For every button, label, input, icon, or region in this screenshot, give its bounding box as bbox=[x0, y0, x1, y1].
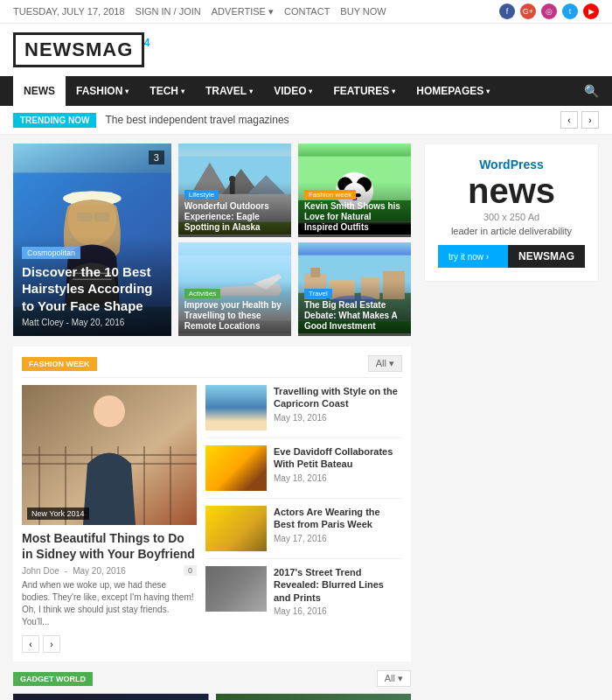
hero-side-card-4[interactable]: Travel The Big Real Estate Debate: What … bbox=[298, 242, 411, 336]
main-content: Cosmopolitan Discover the 10 Best Hairst… bbox=[0, 135, 612, 700]
hero-meta: Matt Cloey - May 20, 2016 bbox=[22, 318, 163, 327]
side-card-category-4: Travel bbox=[304, 289, 332, 298]
hero-date: May 20, 2016 bbox=[72, 318, 125, 327]
trending-label: TRENDING NOW bbox=[13, 113, 96, 128]
fashion-week-header: FASHION WEEK All ▾ bbox=[22, 355, 402, 378]
fashion-item-content-4: 2017's Street Trend Revealed: Blurred Li… bbox=[274, 566, 402, 616]
hero-side-cards: Lifestyle Wonderful Outdoors Experience:… bbox=[178, 144, 291, 336]
fashion-pagination: ‹ › bbox=[22, 635, 197, 653]
top-bar: TUESDAY, JULY 17, 2018 SIGN IN / JOIN AD… bbox=[0, 0, 612, 24]
side-card-overlay-2: Activities Improve your Health by Travel… bbox=[178, 281, 291, 336]
instagram-icon[interactable]: ◎ bbox=[541, 4, 557, 19]
fashion-thumb-1 bbox=[205, 385, 267, 430]
nav-item-fashion[interactable]: FASHION ▾ bbox=[66, 76, 139, 106]
gadget-grid: GADGET WORLD 52 Popular Movie Locations … bbox=[13, 692, 411, 700]
fashion-filter-button[interactable]: All ▾ bbox=[368, 355, 402, 372]
twitter-icon[interactable]: t bbox=[562, 4, 578, 19]
fashion-week-section: FASHION WEEK All ▾ bbox=[13, 346, 411, 662]
gadget-card-2[interactable]: 30 Totally Awesome Vintage Wedding Outdo… bbox=[216, 692, 412, 700]
hero-side-card-2[interactable]: Activities Improve your Health by Travel… bbox=[178, 242, 291, 336]
fashion-thumb-3 bbox=[205, 506, 267, 551]
signin-link[interactable]: SIGN IN / JOIN bbox=[136, 6, 201, 17]
fashion-main-comments: 0 bbox=[184, 565, 197, 576]
advertise-link[interactable]: ADVERTISE ▾ bbox=[212, 6, 274, 18]
side-card-title-4: The Big Real Estate Debate: What Makes A… bbox=[304, 300, 405, 332]
fashion-main-article: New York 2014 Most Beautiful Things to D… bbox=[22, 385, 197, 653]
fashion-grid: New York 2014 Most Beautiful Things to D… bbox=[22, 385, 402, 653]
trending-next-button[interactable]: › bbox=[581, 111, 599, 129]
logo[interactable]: NEWSMAG4 bbox=[13, 32, 144, 67]
nav-item-news[interactable]: NEWS bbox=[13, 76, 66, 106]
fashion-item-date-4: May 16, 2016 bbox=[274, 606, 402, 616]
ad-try-label: try it now › bbox=[449, 252, 489, 262]
gadget-illustration-2 bbox=[216, 692, 412, 700]
fashion-prev-button[interactable]: ‹ bbox=[22, 635, 39, 653]
header: NEWSMAG4 bbox=[0, 24, 612, 76]
side-card-title-3: Kevin Smith Shows his Love for Natural I… bbox=[304, 201, 405, 233]
svg-rect-28 bbox=[310, 268, 320, 277]
googleplus-icon[interactable]: G+ bbox=[520, 4, 536, 19]
nav-item-homepages[interactable]: HOMEPAGES ▾ bbox=[406, 76, 500, 106]
side-card-overlay-3: Fashion week Kevin Smith Shows his Love … bbox=[298, 182, 411, 237]
logo-version: 4 bbox=[144, 37, 151, 49]
nav-item-features[interactable]: FEATURES ▾ bbox=[323, 76, 406, 106]
nav-item-travel[interactable]: TRAVEL ▾ bbox=[195, 76, 263, 106]
hero-author: Matt Cloey bbox=[22, 318, 64, 327]
search-icon[interactable]: 🔍 bbox=[584, 84, 599, 98]
buynow-link[interactable]: BUY NOW bbox=[340, 6, 386, 17]
svg-point-42 bbox=[94, 396, 125, 427]
fashion-main-title[interactable]: Most Beautiful Things to Do in Sidney wi… bbox=[22, 530, 197, 562]
gadget-filter-button[interactable]: All ▾ bbox=[377, 670, 411, 687]
youtube-icon[interactable]: ▶ bbox=[583, 4, 599, 19]
sidebar-ad: WordPress news 300 x 250 Ad leader in ar… bbox=[424, 144, 599, 282]
ad-brand-label: NEWSMAG bbox=[508, 245, 585, 268]
fashion-item-content-2: Eve Davidoff Collaborates With Petit Bat… bbox=[274, 445, 402, 483]
nav-item-tech[interactable]: TECH ▾ bbox=[139, 76, 195, 106]
svg-rect-49 bbox=[216, 694, 412, 700]
fashion-main-image[interactable]: New York 2014 bbox=[22, 385, 197, 525]
side-card-title-2: Improve your Health by Travelling to the… bbox=[184, 300, 285, 332]
ad-tagline-label: leader in article deliverability bbox=[438, 226, 585, 236]
fashion-main-excerpt: And when we woke up, we had these bodies… bbox=[22, 579, 197, 628]
ad-footer: try it now › NEWSMAG bbox=[438, 245, 585, 268]
fashion-item-title-3[interactable]: Actors Are Wearing the Best from Paris W… bbox=[274, 506, 402, 531]
hero-side-card-3[interactable]: Fashion week Kevin Smith Shows his Love … bbox=[298, 144, 411, 237]
fashion-thumb-2 bbox=[205, 445, 267, 491]
side-card-category-2: Activities bbox=[184, 289, 221, 298]
side-card-category-3: Fashion week bbox=[304, 190, 356, 200]
nav-bar: NEWS FASHION ▾ TECH ▾ TRAVEL ▾ VIDEO ▾ F… bbox=[0, 76, 612, 106]
hero-main[interactable]: Cosmopolitan Discover the 10 Best Hairst… bbox=[13, 144, 171, 336]
fashion-item-title-1[interactable]: Travelling with Style on the Capricorn C… bbox=[274, 385, 402, 410]
fashion-list-item-1: Travelling with Style on the Capricorn C… bbox=[205, 385, 402, 438]
hero-side-card-1[interactable]: Lifestyle Wonderful Outdoors Experience:… bbox=[178, 144, 291, 237]
ad-size-label: 300 x 250 Ad bbox=[438, 212, 585, 222]
side-card-overlay-4: Travel The Big Real Estate Debate: What … bbox=[298, 281, 411, 336]
ad-try-button[interactable]: try it now › bbox=[438, 245, 508, 268]
side-card-overlay-1: Lifestyle Wonderful Outdoors Experience:… bbox=[178, 182, 291, 237]
fashion-item-date-1: May 19, 2016 bbox=[274, 413, 402, 423]
fashion-item-title-4[interactable]: 2017's Street Trend Revealed: Blurred Li… bbox=[274, 566, 402, 604]
social-icons: f G+ ◎ t ▶ bbox=[499, 4, 599, 19]
nav-item-video[interactable]: VIDEO ▾ bbox=[263, 76, 323, 106]
gadget-section: GADGET WORLD All ▾ bbox=[13, 670, 411, 700]
hero-slide-number: 3 bbox=[149, 150, 164, 164]
fashion-main-meta: John Doe - May 20, 2016 0 bbox=[22, 565, 197, 576]
fashion-item-content-3: Actors Are Wearing the Best from Paris W… bbox=[274, 506, 402, 543]
fashion-next-button[interactable]: › bbox=[43, 635, 60, 653]
fashion-item-date-3: May 17, 2016 bbox=[274, 534, 402, 543]
contact-link[interactable]: CONTACT bbox=[284, 6, 330, 17]
fashion-main-date: May 20, 2016 bbox=[73, 566, 126, 576]
side-card-category-1: Lifestyle bbox=[184, 190, 219, 200]
trending-prev-button[interactable]: ‹ bbox=[560, 111, 578, 129]
gadget-card-1[interactable]: GADGET WORLD 52 Popular Movie Locations … bbox=[13, 692, 209, 700]
hero-side-cards-right: Fashion week Kevin Smith Shows his Love … bbox=[298, 144, 411, 336]
fashion-list-item-3: Actors Are Wearing the Best from Paris W… bbox=[205, 506, 402, 559]
sidebar: WordPress news 300 x 250 Ad leader in ar… bbox=[424, 144, 599, 700]
fashion-week-tag: FASHION WEEK bbox=[22, 357, 97, 371]
gadget-illustration-1 bbox=[13, 692, 209, 700]
side-card-title-1: Wonderful Outdoors Experience: Eagle Spo… bbox=[184, 201, 285, 233]
fashion-list-item-4: 2017's Street Trend Revealed: Blurred Li… bbox=[205, 566, 402, 623]
top-bar-left: TUESDAY, JULY 17, 2018 SIGN IN / JOIN AD… bbox=[13, 6, 386, 18]
fashion-item-title-2[interactable]: Eve Davidoff Collaborates With Petit Bat… bbox=[274, 445, 402, 471]
facebook-icon[interactable]: f bbox=[499, 4, 515, 19]
